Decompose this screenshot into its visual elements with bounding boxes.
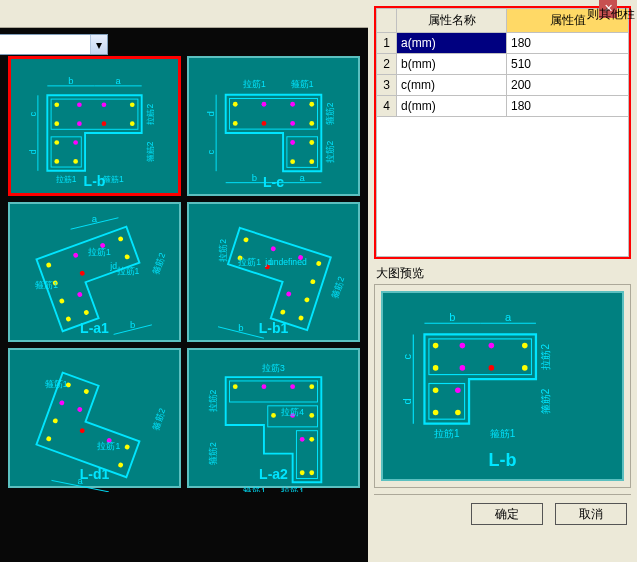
- svg-point-135: [433, 387, 439, 393]
- svg-point-9: [130, 121, 135, 126]
- shape-tile-L-d1[interactable]: 箍筋1拉筋1 a 箍筋2 L-d1: [8, 348, 181, 488]
- prop-value[interactable]: 200: [507, 75, 629, 96]
- table-row[interactable]: 3 c(mm) 200: [377, 75, 629, 96]
- svg-text:箍筋1: 箍筋1: [291, 79, 314, 89]
- svg-point-127: [433, 343, 439, 349]
- svg-point-94: [52, 418, 58, 424]
- category-dropdown[interactable]: ▾: [0, 34, 108, 55]
- svg-point-134: [522, 365, 528, 371]
- shape-palette: ▾ b a c d 拉筋1箍筋1 拉筋2箍筋2 L-b b a d c 拉筋1箍…: [0, 0, 368, 562]
- tile-grid: b a c d 拉筋1箍筋1 拉筋2箍筋2 L-b b a d c 拉筋1箍筋1…: [8, 56, 360, 488]
- prop-value[interactable]: 510: [507, 54, 629, 75]
- svg-text:undefined: undefined: [269, 257, 307, 267]
- tile-label: L-a1: [10, 320, 179, 336]
- svg-point-92: [59, 400, 65, 406]
- svg-point-2: [54, 102, 59, 107]
- svg-point-108: [233, 384, 238, 389]
- svg-point-5: [130, 102, 135, 107]
- svg-point-97: [124, 444, 130, 450]
- svg-point-37: [309, 140, 314, 145]
- table-row[interactable]: 2 b(mm) 510: [377, 54, 629, 75]
- row-num: 3: [377, 75, 397, 96]
- svg-text:箍筋1: 箍筋1: [490, 428, 516, 439]
- svg-point-31: [309, 102, 314, 107]
- button-bar: 确定 取消: [374, 494, 631, 525]
- svg-point-111: [309, 384, 314, 389]
- preview-tile-label: L-b: [383, 450, 622, 471]
- preview-canvas: b a c d 拉筋1箍筋1 拉筋2箍筋2 L-b: [381, 291, 624, 481]
- shape-tile-L-b[interactable]: b a c d 拉筋1箍筋1 拉筋2箍筋2 L-b: [8, 56, 181, 196]
- svg-point-30: [290, 102, 295, 107]
- svg-text:拉筋1: 拉筋1: [281, 486, 304, 492]
- svg-point-75: [316, 260, 322, 266]
- svg-text:拉筋1: 拉筋1: [88, 247, 111, 257]
- svg-rect-125: [429, 339, 532, 375]
- svg-point-91: [83, 388, 89, 394]
- svg-text:箍筋2: 箍筋2: [150, 251, 167, 276]
- svg-point-115: [300, 437, 305, 442]
- table-row[interactable]: 4 d(mm) 180: [377, 96, 629, 117]
- shape-tile-L-b1[interactable]: b拉筋1jdundefined 拉筋2箍筋2 L-b1: [187, 202, 360, 342]
- palette-topbar: [0, 0, 368, 28]
- svg-point-4: [102, 102, 107, 107]
- svg-point-38: [290, 159, 295, 164]
- row-num: 1: [377, 33, 397, 54]
- svg-point-93: [77, 406, 83, 412]
- cancel-button[interactable]: 取消: [555, 503, 627, 525]
- svg-point-98: [46, 436, 52, 442]
- svg-text:拉筋2: 拉筋2: [218, 239, 228, 262]
- tile-label: L-a2: [189, 466, 358, 482]
- svg-text:箍筋2: 箍筋2: [208, 442, 218, 465]
- svg-text:拉筋2: 拉筋2: [540, 344, 551, 370]
- svg-point-130: [522, 343, 528, 349]
- shape-tile-L-a1[interactable]: a b 拉筋1jd拉筋1 箍筋1箍筋2 L-a1: [8, 202, 181, 342]
- svg-point-8: [102, 121, 107, 126]
- svg-text:c: c: [205, 149, 216, 154]
- svg-point-34: [290, 121, 295, 126]
- svg-text:箍筋1: 箍筋1: [243, 486, 266, 492]
- svg-point-128: [460, 343, 466, 349]
- property-table: 属性名称 属性值 1 a(mm) 1802 b(mm) 5103 c(mm) 2…: [374, 6, 631, 259]
- table-fill: [376, 117, 629, 257]
- table-row[interactable]: 1 a(mm) 180: [377, 33, 629, 54]
- svg-text:拉筋1: 拉筋1: [238, 257, 261, 267]
- svg-point-57: [79, 270, 85, 276]
- svg-text:a: a: [505, 311, 512, 323]
- shape-tile-L-c[interactable]: b a d c 拉筋1箍筋1 箍筋2拉筋2 L-c: [187, 56, 360, 196]
- shape-tile-L-a2[interactable]: 拉筋3拉筋4 拉筋2箍筋2 箍筋1拉筋1 L-a2: [187, 348, 360, 488]
- svg-text:b: b: [449, 311, 455, 323]
- svg-point-129: [489, 343, 495, 349]
- svg-text:拉筋1: 拉筋1: [97, 441, 120, 451]
- svg-point-81: [280, 309, 286, 315]
- svg-text:拉筋4: 拉筋4: [281, 407, 304, 417]
- svg-point-137: [433, 410, 439, 416]
- svg-point-3: [77, 102, 82, 107]
- svg-point-131: [433, 365, 439, 371]
- svg-point-133: [489, 365, 495, 371]
- prop-name: c(mm): [397, 75, 507, 96]
- svg-point-13: [73, 159, 78, 164]
- svg-point-39: [309, 159, 314, 164]
- svg-point-110: [290, 384, 295, 389]
- tile-label: L-c: [189, 174, 358, 190]
- preview-group: b a c d 拉筋1箍筋1 拉筋2箍筋2 L-b: [374, 284, 631, 488]
- svg-point-53: [73, 252, 79, 258]
- svg-text:c: c: [401, 354, 413, 360]
- svg-point-33: [262, 121, 267, 126]
- svg-point-35: [309, 121, 314, 126]
- svg-point-36: [290, 140, 295, 145]
- svg-point-12: [54, 159, 59, 164]
- corner-cell: [377, 9, 397, 33]
- svg-text:拉筋1: 拉筋1: [243, 79, 266, 89]
- svg-point-72: [243, 237, 249, 243]
- prop-value[interactable]: 180: [507, 33, 629, 54]
- svg-point-78: [310, 279, 316, 285]
- ok-button[interactable]: 确定: [471, 503, 543, 525]
- right-pane: 属性名称 属性值 1 a(mm) 1802 b(mm) 5103 c(mm) 2…: [368, 0, 637, 562]
- svg-point-95: [79, 428, 85, 434]
- svg-text:箍筋2: 箍筋2: [150, 407, 167, 432]
- svg-point-59: [59, 298, 65, 304]
- svg-text:拉筋1: 拉筋1: [117, 266, 140, 276]
- prop-value[interactable]: 180: [507, 96, 629, 117]
- col-name: 属性名称: [397, 9, 507, 33]
